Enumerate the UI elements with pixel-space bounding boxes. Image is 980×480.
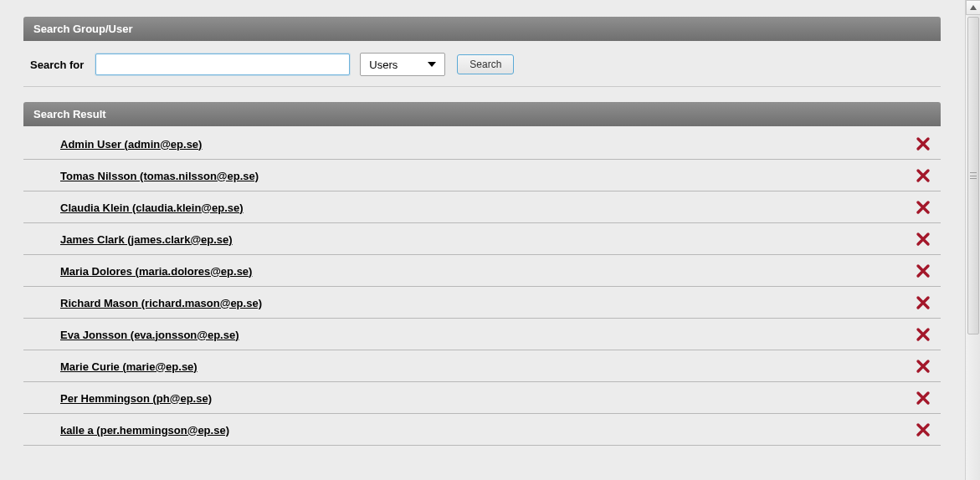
scroll-thumb[interactable] — [967, 17, 979, 334]
result-row: Maria Dolores (maria.dolores@ep.se) — [23, 255, 941, 287]
search-input[interactable] — [95, 54, 350, 75]
result-row: Tomas Nilsson (tomas.nilsson@ep.se) — [23, 160, 941, 191]
close-icon — [916, 200, 931, 215]
search-panel-title: Search Group/User — [23, 17, 941, 41]
remove-button[interactable] — [914, 166, 932, 185]
vertical-scrollbar[interactable] — [965, 0, 980, 480]
result-link[interactable]: Tomas Nilsson (tomas.nilsson@ep.se) — [60, 170, 259, 182]
result-row: Eva Jonsson (eva.jonsson@ep.se) — [23, 319, 941, 350]
close-icon — [916, 391, 931, 406]
search-button[interactable]: Search — [457, 54, 514, 74]
close-icon — [916, 136, 931, 151]
result-panel: Search Result Admin User (admin@ep.se)To… — [23, 102, 941, 446]
search-type-select[interactable]: Users — [360, 53, 445, 76]
close-icon — [916, 263, 931, 278]
remove-button[interactable] — [914, 389, 932, 407]
result-link[interactable]: Marie Curie (marie@ep.se) — [60, 360, 198, 373]
search-form-row: Search for Users Search — [23, 41, 941, 87]
result-row: Admin User (admin@ep.se) — [23, 127, 941, 160]
result-row: Claudia Klein (claudia.klein@ep.se) — [23, 191, 941, 223]
close-icon — [916, 327, 931, 342]
remove-button[interactable] — [914, 262, 932, 280]
remove-button[interactable] — [914, 135, 932, 153]
result-link[interactable]: Eva Jonsson (eva.jonsson@ep.se) — [60, 329, 239, 341]
chevron-down-icon — [428, 62, 436, 67]
close-icon — [916, 295, 931, 310]
remove-button[interactable] — [914, 357, 932, 375]
remove-button[interactable] — [914, 230, 932, 248]
search-panel: Search Group/User Search for Users Searc… — [23, 17, 941, 87]
result-row: Per Hemmingson (ph@ep.se) — [23, 382, 941, 414]
close-icon — [916, 232, 931, 247]
result-link[interactable]: Claudia Klein (claudia.klein@ep.se) — [60, 202, 244, 214]
close-icon — [916, 422, 931, 437]
result-row: Richard Mason (richard.mason@ep.se) — [23, 287, 941, 319]
remove-button[interactable] — [914, 294, 932, 312]
remove-button[interactable] — [914, 421, 932, 439]
result-link[interactable]: Richard Mason (richard.mason@ep.se) — [60, 297, 262, 309]
search-for-label: Search for — [30, 59, 84, 71]
result-link[interactable]: Admin User (admin@ep.se) — [60, 138, 202, 151]
close-icon — [916, 168, 931, 183]
result-row: James Clark (james.clark@ep.se) — [23, 223, 941, 255]
result-link[interactable]: Per Hemmingson (ph@ep.se) — [60, 392, 212, 405]
result-link[interactable]: James Clark (james.clark@ep.se) — [60, 233, 233, 246]
result-list: Admin User (admin@ep.se)Tomas Nilsson (t… — [23, 126, 941, 446]
scroll-up-button[interactable] — [966, 0, 980, 15]
result-row: kalle a (per.hemmingson@ep.se) — [23, 414, 941, 446]
result-link[interactable]: Maria Dolores (maria.dolores@ep.se) — [60, 265, 252, 278]
remove-button[interactable] — [914, 325, 932, 344]
result-row: Marie Curie (marie@ep.se) — [23, 350, 941, 382]
result-panel-title: Search Result — [23, 102, 941, 126]
remove-button[interactable] — [914, 198, 932, 217]
result-link[interactable]: kalle a (per.hemmingson@ep.se) — [60, 424, 229, 437]
close-icon — [916, 359, 931, 374]
search-type-selected: Users — [369, 59, 398, 71]
